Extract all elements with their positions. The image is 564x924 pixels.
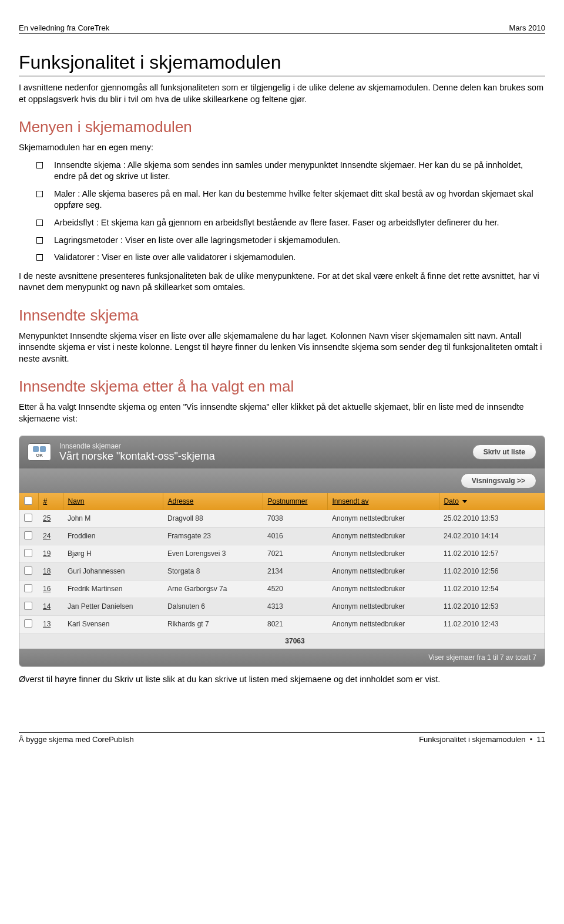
col-postcode[interactable]: Postnummer [263,493,327,510]
row-address: Dragvoll 88 [163,510,263,528]
row-num-link[interactable]: 16 [43,585,51,593]
row-date: 11.02.2010 12:57 [439,545,545,562]
row-num-link[interactable]: 24 [43,532,51,540]
row-address: Rikhards gt 7 [163,615,263,633]
row-name: Kari Svensen [63,615,163,633]
table-row[interactable]: 25John MDragvoll 887038Anonym nettstedbr… [19,510,545,528]
row-name: Fredrik Martinsen [63,580,163,598]
title-divider [19,76,545,76]
row-postcode: 7021 [263,545,327,562]
table-row[interactable]: 13Kari SvensenRikhards gt 78021Anonym ne… [19,615,545,633]
panel-header: OK Innsendte skjemaer Vårt norske "konta… [19,436,545,468]
row-num-link[interactable]: 14 [43,602,51,611]
table-head-row: # Navn Adresse Postnummer Innsendt av Da… [19,493,545,510]
bullet-item: Innsendte skjema : Alle skjema som sende… [36,160,545,183]
panel-titles: Innsendte skjemaer Vårt norske "kontakt-… [59,442,464,463]
table-row[interactable]: 14Jan Petter DanielsenDalsnuten 64313Ano… [19,598,545,615]
page-footer: Å bygge skjema med CorePublish Funksjona… [19,732,545,744]
bullet-item: Arbeidsflyt : Et skjema kan gå gjennom e… [36,217,545,229]
row-date: 24.02.2010 14:14 [439,527,545,545]
row-name: Jan Petter Danielsen [63,598,163,615]
row-address: Framsgate 23 [163,527,263,545]
row-checkbox[interactable] [24,549,32,557]
etter-mal-paragraph: Etter å ha valgt Innsendte skjema og ent… [19,402,545,424]
row-postcode: 4016 [263,527,327,545]
col-num[interactable]: # [38,493,63,510]
row-checkbox[interactable] [24,584,32,592]
results-table: # Navn Adresse Postnummer Innsendt av Da… [19,493,545,649]
ok-icon[interactable]: OK [28,443,51,461]
footer-left: Å bygge skjema med CorePublish [19,735,134,744]
innsendte-paragraph: Menypunktet Innsendte skjema viser en li… [19,331,545,365]
menu-bullets: Innsendte skjema : Alle skjema som sende… [19,160,545,264]
row-name: Froddien [63,527,163,545]
row-checkbox[interactable] [24,531,32,539]
col-sentby[interactable]: Innsendt av [327,493,439,510]
row-sentby: Anonym nettstedbruker [327,580,439,598]
row-address: Dalsnuten 6 [163,598,263,615]
row-name: John M [63,510,163,528]
row-sentby: Anonym nettstedbruker [327,562,439,580]
bullet-item: Lagringsmetoder : Viser en liste over al… [36,235,545,247]
row-date: 25.02.2010 13:53 [439,510,545,528]
panel-footer-status: Viser skjemaer fra 1 til 7 av totalt 7 [19,649,545,666]
col-checkbox[interactable] [19,493,38,510]
row-num-link[interactable]: 13 [43,620,51,628]
sort-desc-icon [462,500,467,503]
col-address[interactable]: Adresse [163,493,263,510]
table-row[interactable]: 19Bjørg HEven Lorengsvei 37021Anonym net… [19,545,545,562]
col-date[interactable]: Dato [439,493,545,510]
row-address: Storgata 8 [163,562,263,580]
header-left: En veiledning fra CoreTrek [19,23,109,32]
page-header: En veiledning fra CoreTrek Mars 2010 [19,23,545,34]
row-num-link[interactable]: 19 [43,549,51,558]
menu-intro: Skjemamodulen har en egen meny: [19,142,545,154]
row-checkbox[interactable] [24,514,32,522]
row-num-link[interactable]: 18 [43,567,51,575]
panel-body: # Navn Adresse Postnummer Innsendt av Da… [19,493,545,649]
row-postcode: 4313 [263,598,327,615]
menu-outro: I de neste avsnittene presenteres funksj… [19,271,545,294]
row-checkbox[interactable] [24,566,32,575]
panel-title: Vårt norske "kontakt-oss"-skjema [59,450,464,463]
row-postcode: 4520 [263,580,327,598]
section-heading-innsendte: Innsendte skjema [19,306,545,325]
closing-paragraph: Øverst til høyre finner du Skriv ut list… [19,674,545,686]
row-sentby: Anonym nettstedbruker [327,598,439,615]
footer-sum: 37063 [263,633,327,649]
row-checkbox[interactable] [24,619,32,628]
view-options-button[interactable]: Visningsvalg >> [461,473,536,488]
section-heading-menu: Menyen i skjemamodulen [19,118,545,136]
row-name: Bjørg H [63,545,163,562]
print-list-button[interactable]: Skriv ut liste [472,444,536,460]
row-sentby: Anonym nettstedbruker [327,615,439,633]
row-date: 11.02.2010 12:54 [439,580,545,598]
checkbox-icon[interactable] [24,497,32,505]
header-right: Mars 2010 [509,23,545,32]
table-row[interactable]: 16Fredrik MartinsenArne Garborgsv 7a4520… [19,580,545,598]
row-date: 11.02.2010 12:56 [439,562,545,580]
row-name: Guri Johannessen [63,562,163,580]
row-sentby: Anonym nettstedbruker [327,545,439,562]
row-sentby: Anonym nettstedbruker [327,527,439,545]
panel-toolbar: Visningsvalg >> [19,468,545,493]
row-postcode: 8021 [263,615,327,633]
section-heading-etter-mal: Innsendte skjema etter å ha valgt en mal [19,377,545,396]
row-sentby: Anonym nettstedbruker [327,510,439,528]
footer-right: Funksjonalitet i skjemamodulen • 11 [419,735,545,744]
row-date: 11.02.2010 12:53 [439,598,545,615]
row-postcode: 7038 [263,510,327,528]
table-row[interactable]: 18Guri JohannessenStorgata 82134Anonym n… [19,562,545,580]
table-row[interactable]: 24FroddienFramsgate 234016Anonym nettste… [19,527,545,545]
row-checkbox[interactable] [24,602,32,610]
panel-breadcrumb: Innsendte skjemaer [59,442,464,450]
col-name[interactable]: Navn [63,493,163,510]
row-address: Arne Garborgsv 7a [163,580,263,598]
ok-icon-label: OK [36,453,43,458]
intro-paragraph: I avsnittene nedenfor gjennomgås all fun… [19,82,545,105]
bullet-item: Validatorer : Viser en liste over alle v… [36,252,545,264]
bullet-item: Maler : Alle skjema baseres på en mal. H… [36,188,545,211]
row-date: 11.02.2010 12:43 [439,615,545,633]
row-address: Even Lorengsvei 3 [163,545,263,562]
row-num-link[interactable]: 25 [43,514,51,522]
